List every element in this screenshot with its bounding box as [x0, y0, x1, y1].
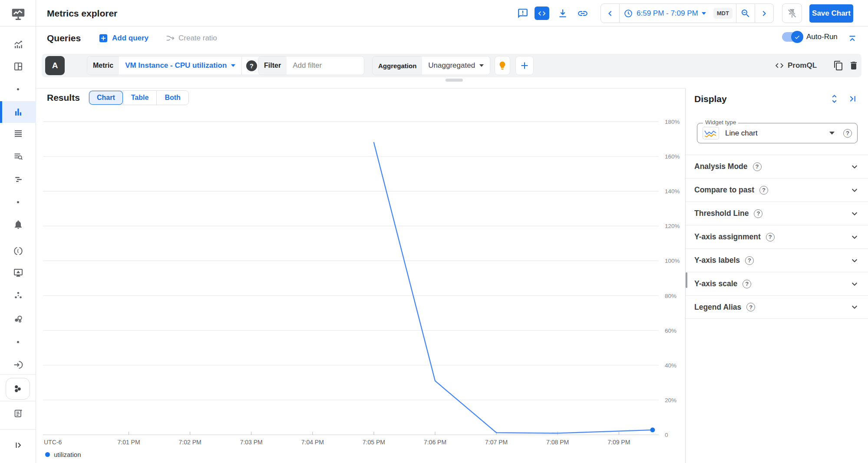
delete-query-button[interactable]: [848, 60, 859, 71]
svg-text:7:09 PM: 7:09 PM: [607, 439, 630, 446]
trash-icon: [848, 60, 859, 71]
sidebar-expand-button[interactable]: [13, 440, 23, 450]
time-forward-button[interactable]: [755, 4, 773, 23]
panel-scrollbar[interactable]: [686, 272, 687, 288]
sidebar-collapsed-dot[interactable]: [17, 201, 19, 203]
help-icon[interactable]: ?: [766, 233, 775, 241]
time-back-button[interactable]: [601, 4, 619, 23]
chart-area[interactable]: 180%160%140%120%100%80%60%40%20%07:01 PM…: [43, 116, 686, 453]
add-plus-icon: [99, 33, 108, 43]
sidebar-item-logs-explorer[interactable]: [13, 151, 23, 162]
display-section-legend-alias[interactable]: Legend Alias ?: [686, 295, 868, 319]
clock-icon: [624, 9, 633, 18]
sidebar-item-groups[interactable]: [13, 290, 23, 301]
sidebar-item-settings[interactable]: [13, 360, 23, 370]
svg-text:140%: 140%: [665, 188, 680, 195]
add-aggregation-step-button[interactable]: [515, 56, 534, 75]
save-chart-button[interactable]: Save Chart: [809, 4, 853, 23]
section-label: Legend Alias: [694, 303, 741, 312]
sidebar-item-metrics-explorer[interactable]: [13, 107, 23, 117]
svg-text:7:05 PM: 7:05 PM: [363, 439, 385, 446]
svg-text:120%: 120%: [665, 223, 680, 229]
collapse-panel-button[interactable]: [847, 93, 858, 104]
create-ratio-label: Create ratio: [178, 34, 217, 43]
sidebar-item-alerting[interactable]: [13, 219, 23, 230]
resize-handle[interactable]: [446, 79, 463, 82]
sidebar-item-integrations[interactable]: [13, 314, 23, 324]
svg-text:7:07 PM: 7:07 PM: [485, 439, 508, 446]
add-query-button[interactable]: Add query: [99, 33, 149, 43]
sidebar-item-overview[interactable]: [13, 40, 23, 50]
sidebar-item-log-based-metrics[interactable]: [13, 128, 23, 139]
metrics-explorer-app: Metrics explorer 6:59 PM - 7:09 PM MDT: [0, 0, 868, 463]
widget-type-help-icon[interactable]: ?: [843, 129, 852, 138]
chevron-down-icon: [479, 64, 484, 67]
svg-text:7:06 PM: 7:06 PM: [424, 439, 446, 446]
copy-query-button[interactable]: [833, 60, 844, 71]
help-icon[interactable]: ?: [746, 303, 755, 311]
sidebar-item-services[interactable]: [13, 246, 23, 256]
tab-table[interactable]: Table: [123, 91, 157, 105]
auto-run-toggle[interactable]: Auto-Run: [782, 32, 838, 42]
lightbulb-icon: [498, 61, 507, 70]
collapse-queries-button[interactable]: [847, 33, 858, 45]
time-range-value: 6:59 PM - 7:09 PM: [637, 9, 698, 18]
create-ratio-button[interactable]: Create ratio: [165, 33, 217, 43]
sidebar-item-release-notes[interactable]: [13, 408, 23, 419]
chevron-down-icon: [849, 255, 860, 266]
promql-button[interactable]: PromQL: [775, 54, 817, 77]
plus-icon: [519, 60, 530, 71]
chevron-left-icon: [605, 8, 615, 19]
display-section-analysis-mode[interactable]: Analysis Mode ?: [686, 155, 868, 178]
zoom-out-button[interactable]: [736, 4, 755, 23]
help-icon[interactable]: ?: [743, 280, 751, 288]
tab-chart[interactable]: Chart: [89, 91, 123, 105]
get-link-icon[interactable]: [577, 8, 588, 19]
svg-text:20%: 20%: [665, 397, 677, 403]
sidebar-item-trace[interactable]: [13, 174, 23, 185]
help-icon[interactable]: ?: [753, 162, 762, 171]
unpin-button[interactable]: [782, 3, 802, 23]
help-icon[interactable]: ?: [745, 256, 754, 265]
feedback-icon[interactable]: [517, 8, 528, 19]
svg-text:160%: 160%: [665, 153, 680, 160]
display-section-compare-to-past[interactable]: Compare to past ?: [686, 178, 868, 202]
header-border: [0, 26, 36, 26]
embed-code-icon[interactable]: [535, 7, 549, 20]
chevron-down-icon: [829, 132, 835, 135]
auto-run-label: Auto-Run: [806, 33, 838, 41]
section-label: Threshold Line: [694, 209, 749, 218]
sidebar-collapsed-dot[interactable]: [17, 88, 19, 90]
svg-text:60%: 60%: [665, 327, 677, 334]
display-section-y-axis-scale[interactable]: Y-axis scale ?: [686, 272, 868, 295]
tab-both[interactable]: Both: [156, 91, 188, 105]
sidebar-item-kubernetes-engine[interactable]: [6, 378, 30, 400]
sidebar-item-dashboards[interactable]: [13, 61, 23, 72]
chevron-down-icon: [849, 208, 860, 219]
svg-text:80%: 80%: [665, 293, 677, 299]
svg-text:180%: 180%: [665, 119, 680, 125]
sidebar-selected-bar: [0, 101, 2, 123]
chevron-down-icon: [849, 185, 860, 195]
legend-item-utilization[interactable]: utilization: [45, 451, 81, 458]
aggregation-value-button[interactable]: Unaggregated: [422, 56, 490, 75]
metric-value-button[interactable]: VM Instance - CPU utilization: [119, 56, 241, 75]
filter-input[interactable]: [293, 61, 358, 70]
monitoring-logo-icon: [10, 6, 26, 22]
add-query-label: Add query: [112, 34, 149, 43]
display-section-threshold-line[interactable]: Threshold Line ?: [686, 202, 868, 225]
help-icon[interactable]: ?: [754, 209, 762, 218]
time-range-button[interactable]: 6:59 PM - 7:09 PM: [620, 4, 710, 23]
download-icon[interactable]: [557, 8, 568, 19]
help-icon[interactable]: ?: [759, 186, 768, 195]
sidebar-collapsed-dot[interactable]: [17, 341, 19, 343]
sidebar-item-uptime-checks[interactable]: [13, 268, 23, 278]
legend-color-dot: [45, 452, 50, 457]
display-section-y-axis-labels[interactable]: Y-axis labels ?: [686, 248, 868, 272]
display-section-y-axis-assignment[interactable]: Y-axis assignment ?: [686, 225, 868, 248]
svg-text:7:04 PM: 7:04 PM: [301, 439, 324, 446]
suggestion-button[interactable]: [495, 56, 510, 75]
query-letter-badge[interactable]: A: [45, 56, 65, 75]
widget-type-select[interactable]: Line chart ?: [697, 123, 858, 143]
expand-all-button[interactable]: [829, 93, 840, 104]
